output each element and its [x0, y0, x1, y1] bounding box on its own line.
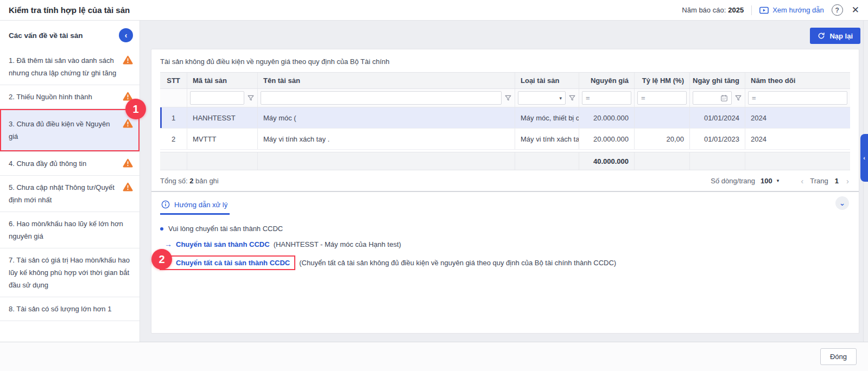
cell-code: MVTTT — [187, 129, 258, 149]
next-page-icon[interactable]: › — [845, 176, 850, 186]
rows-per-page-value: 100 — [761, 177, 772, 185]
page-title: Kiểm tra tính hợp lệ của tài sản — [9, 5, 130, 15]
chevron-left-icon: ‹ — [125, 31, 128, 39]
guidance-section: Hướng dẫn xử lý ⌄ Vui lòng chuyển tài sả… — [160, 192, 850, 270]
col-header-ten-tai-san[interactable]: Tên tài sản — [258, 73, 515, 88]
asset-validity-dialog: Kiểm tra tính hợp lệ của tài sản Năm báo… — [0, 0, 868, 371]
cost-filter-box: = — [582, 91, 631, 105]
rows-per-page-select[interactable]: 100 ▾ — [761, 177, 779, 185]
equals-operator[interactable]: = — [641, 94, 645, 102]
view-guide-link[interactable]: Xem hướng dẫn — [759, 6, 824, 14]
sidebar-item-issue-2[interactable]: 2. Thiếu Nguồn hình thành — [0, 85, 140, 109]
refresh-icon — [818, 32, 825, 40]
sum-empty — [187, 152, 258, 170]
col-header-ma-tai-san[interactable]: Mã tài sản — [187, 73, 258, 88]
table-summary-row: 40.000.000 — [160, 152, 850, 170]
cell-date: 01/01/2023 — [690, 129, 745, 149]
report-year-value: 2025 — [728, 6, 744, 14]
action-description: (HANHTESST - Máy móc của Hạnh test) — [274, 240, 401, 248]
sidebar-header: Các vấn đề về tài sản ‹ — [0, 21, 140, 49]
col-header-nam-theo-doi[interactable]: Năm theo dõi — [745, 73, 850, 88]
reload-label: Nạp lại — [829, 32, 853, 40]
close-button[interactable]: Đóng — [820, 348, 857, 365]
col-header-ty-le-hm[interactable]: Tỷ lệ HM (%) — [635, 73, 690, 88]
col-header-stt[interactable]: STT — [160, 73, 187, 88]
sidebar-collapse-button[interactable]: ‹ — [119, 28, 133, 42]
sidebar-item-label: 4. Chưa đầy đủ thông tin — [9, 157, 118, 170]
warning-icon — [123, 182, 133, 191]
table-header-row: STT Mã tài sản Tên tài sản Loại tài sản … — [160, 72, 850, 89]
filter-funnel-icon[interactable] — [568, 94, 576, 102]
cost-filter-input[interactable] — [593, 92, 628, 104]
cell-rate: 20,00 — [635, 129, 690, 149]
convert-asset-to-ccdc-link[interactable]: Chuyển tài sản thành CCDC — [176, 240, 270, 248]
sidebar-item-issue-3-selected[interactable]: 3. Chưa đủ điều kiện về Nguyên giá 1 — [0, 109, 140, 152]
chevron-down-icon: ⌄ — [839, 199, 845, 207]
guidance-collapse-button[interactable]: ⌄ — [835, 196, 849, 210]
convert-all-assets-to-ccdc-link[interactable]: Chuyển tất cả tài sản thành CCDC — [176, 259, 290, 267]
total-count: 2 — [189, 177, 193, 185]
guidance-tab[interactable]: Hướng dẫn xử lý — [160, 199, 230, 215]
table-row-selected[interactable]: 1 HANHTESST Máy móc ( Máy móc, thiết bị … — [160, 107, 850, 129]
guidance-action-2: 2 → Chuyển tất cả tài sản thành CCDC (Ch… — [160, 255, 850, 270]
sidebar-item-issue-6[interactable]: 6. Hao mòn/khấu hao lũy kế lớn hơn nguyê… — [0, 212, 140, 248]
guidance-bullet: Vui lòng chuyển tài sản thành CCDC — [160, 225, 850, 233]
cell-name: Máy vi tính xách tay . — [258, 129, 515, 149]
sum-empty — [515, 152, 579, 170]
col-header-nguyen-gia[interactable]: Nguyên giá — [579, 73, 635, 88]
cell-cost: 20.000.000 — [579, 107, 635, 128]
prev-page-icon[interactable]: ‹ — [800, 176, 804, 186]
year-filter-input[interactable] — [759, 92, 844, 104]
sidebar-item-label: 8. Tài sản có số lượng lớn hơn 1 — [9, 303, 133, 315]
pagination: Số dòng/trang 100 ▾ ‹ Trang 1 › — [711, 176, 850, 186]
sidebar-item-label: 6. Hao mòn/khấu hao lũy kế lớn hơn nguyê… — [9, 218, 133, 242]
sidebar-item-issue-8[interactable]: 8. Tài sản có số lượng lớn hơn 1 — [0, 297, 140, 321]
equals-operator[interactable]: = — [586, 94, 590, 102]
year-filter-box: = — [748, 91, 847, 105]
filter-funnel-icon[interactable] — [504, 94, 512, 102]
filter-funnel-icon[interactable] — [247, 94, 255, 102]
help-icon[interactable]: ? — [832, 4, 843, 16]
cell-stt: 2 — [160, 129, 187, 149]
sidebar-item-issue-4[interactable]: 4. Chưa đầy đủ thông tin — [0, 152, 140, 176]
divider — [751, 5, 752, 15]
date-filter-input[interactable] — [696, 92, 720, 104]
filter-funnel-icon[interactable] — [734, 94, 742, 102]
rate-filter-input[interactable] — [648, 92, 683, 104]
cell-stt: 1 — [160, 107, 187, 128]
equals-operator[interactable]: = — [752, 94, 756, 102]
report-year-label: Năm báo cáo: — [682, 6, 726, 14]
rate-filter-box: = — [637, 91, 687, 105]
page-label: Trang — [810, 177, 828, 185]
annotation-badge-1: 1 — [125, 99, 146, 119]
sum-total-cost: 40.000.000 — [579, 152, 635, 170]
filter-cell-year: = — [745, 89, 850, 107]
sidebar-item-issue-1[interactable]: 1. Đã thêm tài sản vào danh sách nhưng c… — [0, 49, 140, 85]
col-header-ngay-ghi-tang[interactable]: Ngày ghi tăng — [690, 73, 745, 88]
titlebar: Kiểm tra tính hợp lệ của tài sản Năm báo… — [0, 0, 868, 21]
cell-rate — [635, 107, 690, 128]
help-glyph: ? — [835, 7, 839, 14]
table-row[interactable]: 2 MVTTT Máy vi tính xách tay . Máy vi tí… — [160, 129, 850, 150]
reload-button[interactable]: Nạp lại — [810, 28, 860, 44]
sum-empty — [160, 152, 187, 170]
sidebar-item-issue-5[interactable]: 5. Chưa cập nhật Thông tư/Quyết định mới… — [0, 176, 140, 212]
sidebar-item-label: 1. Đã thêm tài sản vào danh sách nhưng c… — [9, 54, 118, 79]
table-footer: Tổng số: 2 bản ghi Số dòng/trang 100 ▾ ‹… — [160, 170, 850, 191]
filter-cell-cost: = — [579, 89, 635, 107]
page-number[interactable]: 1 — [835, 177, 839, 185]
name-filter-input[interactable] — [264, 92, 498, 104]
sum-empty — [745, 152, 850, 170]
cell-code: HANHTESST — [187, 107, 258, 128]
cell-cost: 20.000.000 — [579, 129, 635, 149]
content-panel: Tài sản không đủ điều kiện về nguyên giá… — [151, 49, 859, 334]
sidebar-item-label: 2. Thiếu Nguồn hình thành — [9, 91, 118, 103]
code-filter-input[interactable] — [194, 92, 240, 104]
type-filter-dropdown[interactable]: ▾ — [518, 91, 566, 105]
close-icon[interactable]: ✕ — [851, 4, 860, 16]
expand-side-panel-handle[interactable]: ‹ — [860, 134, 868, 182]
calendar-icon[interactable] — [720, 94, 728, 102]
sidebar-item-issue-7[interactable]: 7. Tài sản có giá trị Hao mòn/khấu hao l… — [0, 248, 140, 297]
warning-icon — [123, 55, 133, 65]
col-header-loai-tai-san[interactable]: Loại tài sản — [515, 73, 579, 88]
